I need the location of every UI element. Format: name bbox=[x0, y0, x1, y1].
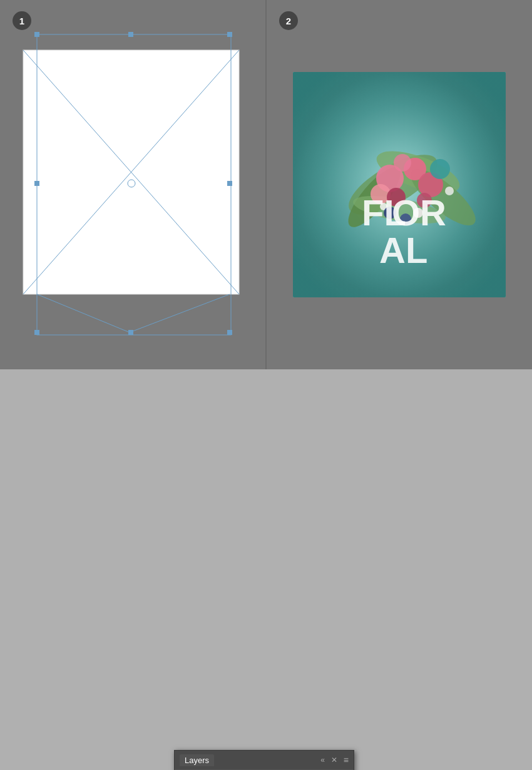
bottom-area: Layers « ✕ ≡ 🔍 Kind ▼ ⬜ ⊘ T ⬚ ⬛ bbox=[0, 369, 532, 770]
canvas-panel-1: 1 bbox=[0, 0, 267, 369]
collapse-button[interactable]: « bbox=[320, 756, 325, 764]
svg-point-32 bbox=[445, 187, 454, 195]
canvas-area: 1 2 bbox=[0, 0, 532, 369]
svg-rect-5 bbox=[128, 32, 133, 37]
svg-text:OR: OR bbox=[392, 192, 446, 233]
svg-rect-9 bbox=[227, 330, 232, 335]
floral-background: FL OR AL bbox=[293, 72, 506, 297]
step-badge-2: 2 bbox=[279, 11, 298, 30]
titlebar-controls: « ✕ ≡ bbox=[320, 755, 349, 765]
canvas1-svg bbox=[17, 19, 248, 351]
svg-text:AL: AL bbox=[379, 230, 427, 270]
panel-menu-button[interactable]: ≡ bbox=[344, 755, 349, 765]
svg-line-13 bbox=[37, 294, 130, 332]
close-button[interactable]: ✕ bbox=[331, 756, 337, 764]
layers-panel: Layers « ✕ ≡ 🔍 Kind ▼ ⬜ ⊘ T ⬚ ⬛ bbox=[174, 750, 354, 770]
svg-line-14 bbox=[130, 294, 230, 332]
svg-point-26 bbox=[394, 154, 411, 172]
floral-svg: FL OR AL bbox=[293, 72, 506, 297]
svg-point-29 bbox=[430, 159, 450, 179]
svg-rect-7 bbox=[34, 330, 39, 335]
svg-rect-11 bbox=[34, 181, 39, 186]
svg-rect-10 bbox=[227, 181, 232, 186]
canvas2-wrapper: FL OR AL bbox=[293, 72, 506, 297]
step-badge-1: 1 bbox=[13, 11, 31, 30]
layers-title-tabs: Layers bbox=[180, 754, 214, 766]
layers-titlebar: Layers « ✕ ≡ bbox=[175, 751, 354, 769]
layers-tab[interactable]: Layers bbox=[180, 754, 214, 766]
svg-rect-6 bbox=[227, 32, 232, 37]
canvas-panel-2: 2 bbox=[267, 0, 532, 369]
svg-rect-4 bbox=[34, 32, 39, 37]
